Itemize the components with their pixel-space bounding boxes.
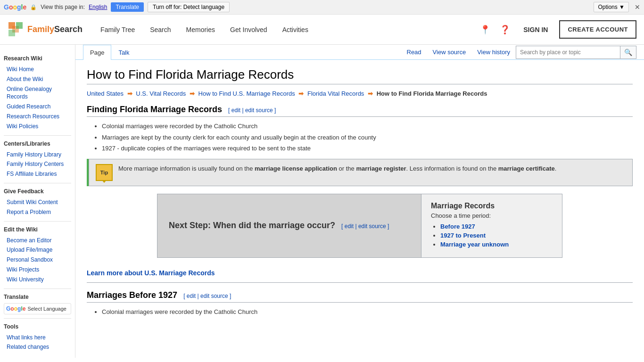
sidebar-section-tools: Tools [4,323,71,330]
sidebar-item-wiki-university[interactable]: Wiki University [4,275,71,285]
sidebar-item-report-problem[interactable]: Report a Problem [4,207,71,217]
breadcrumb-arrow-1: ➡ [127,90,132,97]
section1-heading: Finding Florida Marriage Records [ edit … [87,105,633,117]
section2-heading: Marriages Before 1927 [ edit | edit sour… [87,290,633,303]
section1-bullets: Colonial marriages were recorded by the … [102,122,633,153]
nav-memories[interactable]: Memories [180,22,222,37]
location-icon-button[interactable]: 📍 [478,23,492,37]
sidebar-item-about-wiki[interactable]: About the Wiki [4,74,71,84]
google-logo-small: Google [6,305,25,312]
tip-text: More marriage information is usually fou… [118,164,556,173]
main-navigation: FamilySearch Family Tree Search Memories… [0,15,644,45]
next-step-heading: Next Step: When did the marriage occur? [169,221,335,230]
sidebar-section-translate: Translate [4,294,71,300]
learn-more-divider [87,282,633,283]
bullet-item: Marriages are kept by the county clerk f… [102,133,633,142]
sidebar-item-wiki-home[interactable]: Wiki Home [4,65,71,74]
help-icon-button[interactable]: ❓ [498,23,512,37]
wiki-search-box: 🔍 [516,46,636,59]
breadcrumb-florida-vital[interactable]: Florida Vital Records [307,90,364,97]
breadcrumb-vital-records[interactable]: U.S. Vital Records [136,90,186,97]
language-link[interactable]: English [89,4,107,10]
next-step-right: Marriage Records Choose a time period: B… [421,194,562,257]
bullet-item: 1927 - duplicate copies of the marriages… [102,144,633,153]
content-wrapper: Research Wiki Wiki Home About the Wiki O… [0,45,644,358]
tab-spacer [137,45,401,59]
sidebar-item-upload-file[interactable]: Upload File/Image [4,245,71,255]
sign-in-button[interactable]: SIGN IN [518,22,553,37]
action-view-history[interactable]: View history [471,45,516,59]
svg-rect-3 [8,30,15,36]
tip-wrapper: Tip More marriage information is usually… [87,159,633,186]
learn-more-link[interactable]: Learn more about U.S. Marriage Records [87,269,215,277]
sidebar-item-wiki-policies[interactable]: Wiki Policies [4,122,71,132]
action-view-source[interactable]: View source [427,45,472,59]
options-button[interactable]: Options ▼ [594,2,629,12]
sidebar-item-fhl[interactable]: Family History Library [4,150,71,160]
tip-icon: Tip [96,164,113,181]
breadcrumb-arrow-4: ➡ [368,90,373,97]
sidebar-section-edit-wiki: Edit the Wiki [4,226,71,233]
logo-link[interactable]: FamilySearch [8,21,83,38]
translate-button[interactable]: Translate [111,2,144,12]
tab-talk[interactable]: Talk [111,45,136,60]
next-step-edit-source-link[interactable]: edit source [358,223,386,230]
action-read[interactable]: Read [401,45,427,59]
next-step-left: Next Step: When did the marriage occur? … [157,194,421,257]
wiki-search-button[interactable]: 🔍 [620,46,636,58]
sidebar-item-what-links[interactable]: What links here [4,333,71,343]
sidebar-item-wiki-projects[interactable]: Wiki Projects [4,265,71,275]
sidebar-item-fhc[interactable]: Family History Centers [4,159,71,169]
next-step-table: Next Step: When did the marriage occur? … [157,194,562,258]
bullet-item: Colonial marriages were recorded by the … [102,122,633,131]
sidebar-section-research-wiki: Research Wiki [4,55,71,62]
sidebar-item-fs-affiliate[interactable]: FS Affiliate Libraries [4,169,71,179]
wiki-search-input[interactable] [516,46,620,58]
section2-edit-link[interactable]: edit [187,293,196,299]
sidebar-item-research-resources[interactable]: Research Resources [4,112,71,122]
sidebar-item-submit-wiki[interactable]: Submit Wiki Content [4,197,71,207]
sidebar-item-become-editor[interactable]: Become an Editor [4,236,71,246]
google-logo: Google [4,3,26,11]
nav-activities[interactable]: Activities [276,22,315,37]
before-1927-link[interactable]: Before 1927 [440,223,475,230]
sidebar-section-feedback: Give Feedback [4,188,71,195]
turn-off-button[interactable]: Turn off for: Detect language [148,2,230,12]
sidebar: Research Wiki Wiki Home About the Wiki O… [0,45,75,358]
list-item: 1927 to Present [440,232,553,239]
tip-bold-1: marriage license application [255,165,337,172]
1927-present-link[interactable]: 1927 to Present [440,232,486,239]
view-actions: Read View source View history [401,45,516,59]
sidebar-item-online-genealogy[interactable]: Online Genealogy Records [4,84,71,102]
breadcrumb-us-marriage[interactable]: How to Find U.S. Marriage Records [198,90,295,97]
nav-links: Family Tree Search Memories Get Involved… [94,22,478,37]
breadcrumb-united-states[interactable]: United States [87,90,124,97]
translate-bar: Google 🔒 View this page in: English Tran… [0,0,644,15]
year-unknown-link[interactable]: Marriage year unknown [440,241,509,248]
sidebar-item-related-changes[interactable]: Related changes [4,342,71,352]
nav-search[interactable]: Search [143,22,177,37]
tip-bold-3: marriage certificate [498,165,555,172]
main-content: Page Talk Read View source View history … [75,45,644,358]
sidebar-item-personal-sandbox[interactable]: Personal Sandbox [4,255,71,265]
logo-text: FamilySearch [27,25,83,34]
section1-edit-source-link[interactable]: edit source [245,107,273,114]
familysearch-logo-icon [8,21,25,38]
list-item: Marriage year unknown [440,241,553,248]
section1-edit-link[interactable]: edit [231,107,240,114]
next-step-edit-link[interactable]: edit [345,223,354,230]
sidebar-item-guided-research[interactable]: Guided Research [4,102,71,112]
google-translate-widget[interactable]: Google Select Language [4,303,71,314]
create-account-button[interactable]: CREATE ACCOUNT [559,20,636,39]
nav-get-involved[interactable]: Get Involved [223,22,274,37]
svg-rect-2 [16,22,23,29]
close-translate-bar-button[interactable]: ✕ [635,3,640,11]
sidebar-section-centers: Centers/Libraries [4,140,71,147]
tab-page[interactable]: Page [83,45,111,60]
nav-family-tree[interactable]: Family Tree [94,22,141,37]
lock-icon: 🔒 [30,4,37,10]
marriage-records-links: Before 1927 1927 to Present Marriage yea… [440,223,553,248]
section2-edit-source-link[interactable]: edit source [200,293,228,299]
view-page-text: View this page in: [41,4,85,10]
select-language-label[interactable]: Select Language [27,306,66,312]
